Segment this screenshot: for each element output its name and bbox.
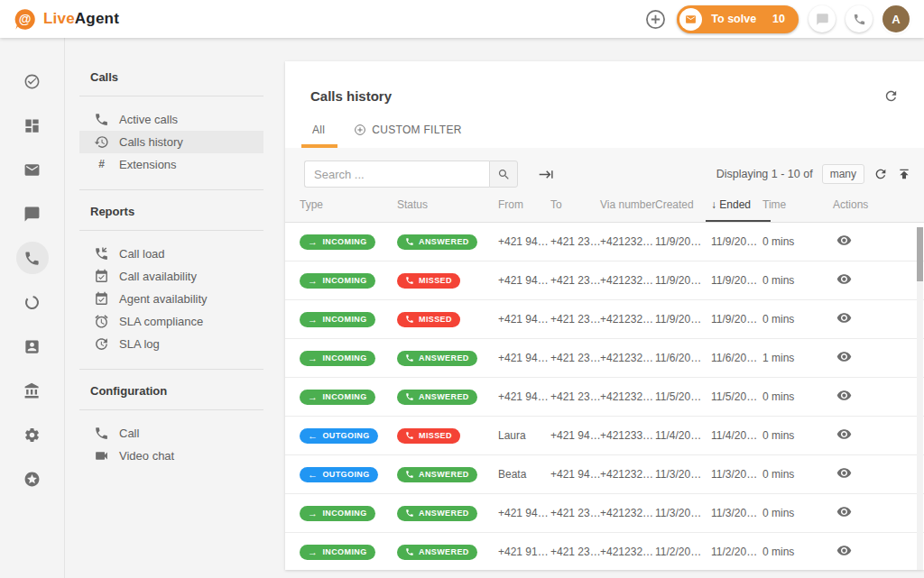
rail-item-bank[interactable] <box>16 374 49 407</box>
table-row[interactable]: →INCOMINGANSWERED+421 94…+421 23…+421232… <box>285 223 924 261</box>
cell-created: 11/3/20… <box>655 468 711 481</box>
avatar[interactable]: A <box>882 5 910 32</box>
column-header-to[interactable]: To <box>550 188 600 222</box>
view-call-icon[interactable] <box>836 504 852 519</box>
column-header-ended[interactable]: ↓ Ended <box>711 188 762 222</box>
phone-icon <box>405 276 414 285</box>
column-header-via-number[interactable]: Via number <box>600 188 655 222</box>
cell-status: MISSED <box>397 312 498 327</box>
filter-tabs: All CUSTOM FILTER <box>285 115 924 148</box>
view-call-icon[interactable] <box>836 233 852 248</box>
cell-type: →INCOMING <box>300 506 397 521</box>
sidebar-item-agent-availability[interactable]: Agent availability <box>79 288 263 310</box>
cell-time: 0 mins <box>762 429 824 442</box>
view-call-icon[interactable] <box>836 310 852 326</box>
cell-type: →INCOMING <box>300 234 397 250</box>
table-row[interactable]: →INCOMINGANSWERED+421 94…+421 23…+421232… <box>285 339 924 378</box>
table-row[interactable]: ←OUTGOINGANSWEREDBeata+421 94…+421232…11… <box>285 455 924 494</box>
add-new-button[interactable] <box>644 8 667 31</box>
rail-item-dashboard[interactable] <box>16 109 49 142</box>
phone-callback-icon <box>94 246 109 261</box>
view-call-icon[interactable] <box>836 427 852 442</box>
rail-item-chat[interactable] <box>16 197 49 230</box>
phone-icon <box>405 509 414 518</box>
table-row[interactable]: ←OUTGOINGMISSEDLaura+421 94…+421233…11/4… <box>285 417 924 455</box>
total-count-chip[interactable]: many <box>822 164 864 184</box>
page-title: Calls history <box>310 88 392 104</box>
envelope-icon <box>685 14 697 25</box>
call-type-badge: →INCOMING <box>300 234 375 250</box>
rail-item-contacts[interactable] <box>16 330 49 362</box>
view-call-icon[interactable] <box>836 271 852 287</box>
sidebar-item-label: SLA log <box>119 337 160 351</box>
view-call-icon[interactable] <box>836 465 852 481</box>
sidebar-item-call-load[interactable]: Call load <box>79 243 263 265</box>
calendar-check-icon <box>94 269 109 284</box>
cell-status: ANSWERED <box>397 506 498 521</box>
sidebar-item-sla-compliance[interactable]: SLA compliance <box>79 310 263 333</box>
table-row[interactable]: →INCOMINGANSWERED+421 91…+421 23…+421232… <box>285 533 924 570</box>
calls-button[interactable] <box>845 5 873 32</box>
column-header-actions[interactable]: Actions <box>824 188 887 222</box>
cell-from: Laura <box>498 429 550 442</box>
rail-item-loop[interactable] <box>16 286 49 318</box>
rail-item-phone[interactable] <box>16 242 49 274</box>
direction-arrow-icon: → <box>308 276 318 286</box>
table-row[interactable]: →INCOMINGMISSED+421 94…+421 23…+421232…1… <box>285 300 924 339</box>
chats-button[interactable] <box>808 5 836 32</box>
sidebar-nav: CallsActive callsCalls history#Extension… <box>65 38 285 578</box>
table-row[interactable]: →INCOMINGANSWERED+421 94…+421 23…+421232… <box>285 494 924 533</box>
column-header-status[interactable]: Status <box>397 188 498 222</box>
cell-created: 11/4/20… <box>655 429 711 442</box>
alarm-icon <box>94 314 109 329</box>
rail-item-star[interactable] <box>16 463 49 495</box>
sidebar-item-calls-history[interactable]: Calls history <box>79 131 263 153</box>
vertical-scrollbar[interactable] <box>917 227 923 570</box>
sidebar-item-label: SLA compliance <box>119 315 203 328</box>
view-call-icon[interactable] <box>836 543 852 558</box>
view-call-icon[interactable] <box>836 349 852 364</box>
cell-ended: 11/9/20… <box>711 235 762 248</box>
table-row[interactable]: →INCOMINGMISSED+421 94…+421 23…+421232…1… <box>285 261 924 300</box>
tab-all-label: All <box>312 124 325 136</box>
sidebar-item-label: Extensions <box>119 158 177 171</box>
cell-ended: 11/6/20… <box>711 352 762 364</box>
column-header-from[interactable]: From <box>498 188 550 222</box>
scrollbar-thumb[interactable] <box>917 227 923 281</box>
tab-all[interactable]: All <box>310 115 327 148</box>
direction-arrow-icon: → <box>308 547 318 557</box>
to-solve-button[interactable]: To solve 10 <box>677 5 799 33</box>
direction-arrow-icon: ← <box>308 431 318 441</box>
cell-via-number: +421232… <box>600 546 655 558</box>
sidebar-item-call-availability[interactable]: Call availability <box>79 265 263 288</box>
table-row[interactable]: →INCOMINGANSWERED+421 94…+421 23…+421232… <box>285 378 924 417</box>
sidebar-item-sla-log[interactable]: SLA log <box>79 333 263 355</box>
sidebar-item-video-chat[interactable]: Video chat <box>79 445 263 467</box>
cell-from: +421 94… <box>498 235 550 248</box>
star-icon <box>23 471 41 488</box>
calls-history-card: Calls history All CUSTOM FILTER <box>285 61 924 570</box>
sidebar-item-call[interactable]: Call <box>79 422 263 445</box>
search-input[interactable] <box>304 161 489 188</box>
view-call-icon[interactable] <box>836 388 852 403</box>
direction-arrow-icon: → <box>308 509 318 518</box>
search-button[interactable] <box>489 161 518 188</box>
column-header-time[interactable]: Time <box>762 188 824 222</box>
column-header-type[interactable]: Type <box>300 188 397 222</box>
cell-ended: 11/9/20… <box>711 313 762 326</box>
cell-time: 0 mins <box>762 507 824 519</box>
rail-item-check-circle[interactable] <box>16 65 49 97</box>
column-header-created[interactable]: Created <box>655 188 711 222</box>
sidebar-item-extensions[interactable]: #Extensions <box>79 153 263 176</box>
rail-item-settings[interactable] <box>16 418 49 451</box>
rail-item-mail[interactable] <box>16 153 49 186</box>
export-button[interactable] <box>897 167 911 181</box>
refresh-list-button[interactable] <box>873 167 888 181</box>
refresh-page-button[interactable] <box>883 88 899 104</box>
forward-filter-button[interactable] <box>539 167 554 182</box>
sidebar-item-active-calls[interactable]: Active calls <box>79 108 263 131</box>
tab-custom-filter[interactable]: CUSTOM FILTER <box>352 115 463 148</box>
mail-icon <box>23 161 41 179</box>
call-status-badge: ANSWERED <box>397 390 477 405</box>
cell-actions <box>824 233 887 251</box>
